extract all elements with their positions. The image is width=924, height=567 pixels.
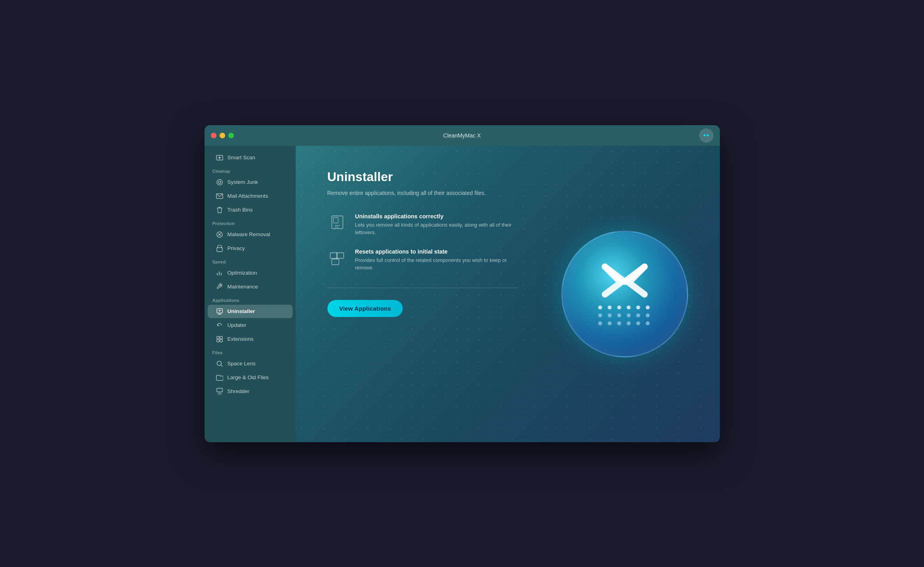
sidebar: Smart Scan Cleanup System Junk	[205, 146, 296, 442]
svg-rect-18	[217, 336, 219, 339]
privacy-icon	[216, 244, 224, 252]
space-lens-icon	[216, 360, 224, 368]
sidebar-label: Smart Scan	[228, 155, 256, 160]
view-applications-button[interactable]: View Applications	[327, 300, 403, 317]
sidebar-label: Malware Removal	[228, 231, 270, 237]
logo-dot	[636, 305, 640, 309]
logo-dot	[636, 313, 640, 317]
malware-icon	[216, 231, 224, 239]
sidebar-item-optimization[interactable]: Optimization	[208, 266, 293, 280]
optimization-icon	[216, 269, 224, 277]
sidebar-label: Privacy	[228, 245, 245, 251]
sidebar-item-mail-attachments[interactable]: Mail Attachments	[208, 189, 293, 203]
sidebar-label: System Junk	[228, 179, 258, 185]
svg-line-23	[221, 365, 222, 367]
sidebar-item-large-old-files[interactable]: Large & Old Files	[208, 371, 293, 384]
smart-scan-icon	[216, 154, 224, 162]
svg-rect-9	[217, 248, 222, 252]
feature-text-reset: Resets applications to initial state Pro…	[355, 248, 518, 272]
feature-title-2: Resets applications to initial state	[355, 248, 518, 255]
folder-icon	[216, 374, 224, 382]
feature-icon-uninstall	[327, 213, 347, 233]
feature-list: Uninstalls applications correctly Lets y…	[327, 213, 518, 272]
svg-rect-19	[220, 336, 222, 339]
uninstaller-icon	[216, 307, 224, 315]
main-content: Uninstaller Remove entire applications, …	[296, 146, 720, 442]
sidebar-item-uninstaller[interactable]: Uninstaller	[208, 305, 293, 318]
sidebar-item-updater[interactable]: Updater	[208, 319, 293, 332]
logo-dot	[617, 321, 621, 325]
logo-dot	[598, 321, 602, 325]
logo-dot	[617, 305, 621, 309]
logo-x-icon	[601, 263, 649, 298]
mail-icon	[216, 192, 224, 200]
svg-rect-21	[220, 340, 222, 342]
logo-dot	[646, 321, 650, 325]
svg-rect-24	[217, 388, 222, 392]
extensions-icon	[216, 335, 224, 343]
page-title: Uninstaller	[327, 170, 518, 184]
main-inner: Uninstaller Remove entire applications, …	[327, 170, 518, 317]
sidebar-item-system-junk[interactable]: System Junk	[208, 176, 293, 189]
app-window: CleanMyMac X Smart Scan Cleanup	[205, 125, 720, 442]
sidebar-item-privacy[interactable]: Privacy	[208, 242, 293, 255]
sidebar-section-cleanup: Cleanup	[205, 165, 296, 175]
sidebar-label: Updater	[228, 322, 247, 328]
svg-rect-20	[217, 340, 219, 342]
feature-icon-reset	[327, 248, 347, 268]
system-junk-icon	[216, 178, 224, 186]
svg-line-25	[218, 393, 218, 395]
maintenance-icon	[216, 283, 224, 291]
sidebar-item-shredder[interactable]: Shredder	[208, 385, 293, 398]
logo-dot	[608, 305, 612, 309]
sidebar-section-protection: Protection	[205, 217, 296, 227]
feature-desc: Lets you remove all kinds of application…	[355, 221, 518, 237]
logo-dot	[617, 313, 621, 317]
sidebar-item-maintenance[interactable]: Maintenance	[208, 280, 293, 294]
svg-line-27	[221, 393, 221, 395]
app-logo	[561, 231, 688, 357]
sidebar-label: Trash Bins	[228, 207, 253, 213]
page-subtitle: Remove entire applications, including al…	[327, 189, 518, 197]
logo-dot	[608, 313, 612, 317]
logo-dot	[627, 313, 631, 317]
sidebar-section-files: Files	[205, 346, 296, 357]
sidebar-item-trash-bins[interactable]: Trash Bins	[208, 203, 293, 217]
minimize-button[interactable]	[220, 133, 225, 138]
close-button[interactable]	[211, 133, 216, 138]
maximize-button[interactable]	[228, 133, 234, 138]
feature-item-reset: Resets applications to initial state Pro…	[327, 248, 518, 272]
dot-icon	[704, 134, 706, 136]
sidebar-section-applications: Applications	[205, 294, 296, 304]
svg-rect-31	[333, 218, 338, 223]
sidebar-label: Shredder	[228, 388, 250, 394]
logo-dot	[627, 305, 631, 309]
sidebar-label: Mail Attachments	[228, 193, 268, 199]
app-logo-wrap	[561, 231, 688, 357]
logo-dot	[598, 313, 602, 317]
sidebar-label: Optimization	[228, 270, 257, 276]
logo-dot	[598, 305, 602, 309]
sidebar-item-extensions[interactable]: Extensions	[208, 332, 293, 346]
sidebar-section-speed: Speed	[205, 256, 296, 266]
feature-desc-2: Provides full control of the related com…	[355, 256, 518, 272]
sidebar-item-smart-scan[interactable]: Smart Scan	[208, 151, 293, 164]
logo-dot	[636, 321, 640, 325]
svg-rect-35	[332, 259, 339, 265]
sidebar-label: Space Lens	[228, 361, 256, 367]
dot-icon	[707, 134, 709, 136]
feature-text-uninstall: Uninstalls applications correctly Lets y…	[355, 213, 518, 237]
content-area: Smart Scan Cleanup System Junk	[205, 146, 720, 442]
sidebar-item-space-lens[interactable]: Space Lens	[208, 357, 293, 370]
sidebar-label: Large & Old Files	[228, 374, 269, 380]
svg-point-3	[217, 179, 222, 185]
logo-dot	[646, 305, 650, 309]
titlebar: CleanMyMac X	[205, 125, 720, 146]
sidebar-label: Uninstaller	[228, 308, 255, 314]
feature-title: Uninstalls applications correctly	[355, 213, 518, 220]
trash-icon	[216, 206, 224, 214]
menu-dots-button[interactable]	[699, 128, 714, 143]
sidebar-item-malware-removal[interactable]: Malware Removal	[208, 228, 293, 241]
app-title: CleanMyMac X	[443, 132, 481, 139]
logo-dots	[598, 305, 651, 325]
